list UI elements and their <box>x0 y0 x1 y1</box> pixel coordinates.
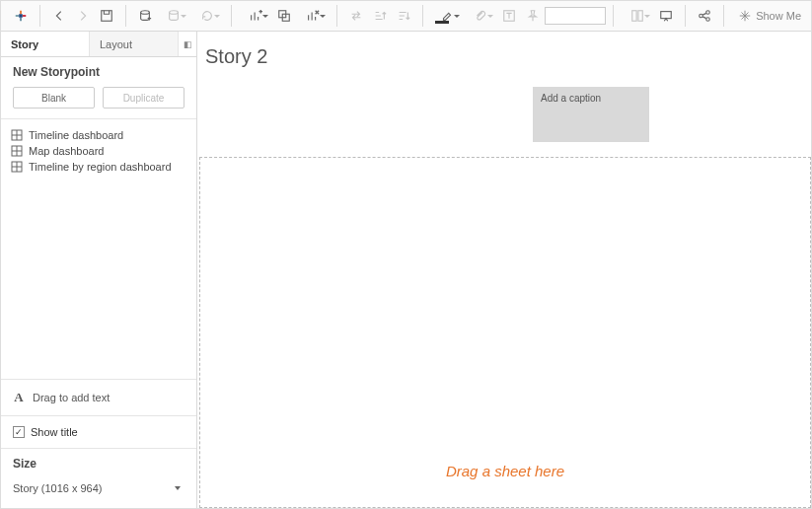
svg-rect-3 <box>23 15 27 17</box>
show-me-label: Show Me <box>756 10 801 22</box>
svg-point-7 <box>170 11 179 15</box>
save-icon[interactable] <box>95 4 118 28</box>
attach-icon[interactable] <box>464 4 497 28</box>
new-data-source-icon[interactable] <box>133 4 157 28</box>
svg-rect-5 <box>102 11 112 22</box>
svg-point-16 <box>706 18 710 22</box>
sort-asc-icon[interactable] <box>368 4 392 28</box>
svg-rect-2 <box>16 15 20 17</box>
svg-rect-0 <box>20 11 22 15</box>
sidebar: Story Layout ◧ New Storypoint Blank Dupl… <box>1 32 197 508</box>
list-item[interactable]: Map dashboard <box>11 143 186 159</box>
show-cards-icon[interactable] <box>621 4 654 28</box>
list-item[interactable]: Timeline dashboard <box>11 127 186 143</box>
pause-auto-updates-icon[interactable] <box>157 4 190 28</box>
forward-icon[interactable] <box>71 4 95 28</box>
duplicate-button[interactable]: Duplicate <box>103 87 185 109</box>
drag-to-add-text[interactable]: ADrag to add text <box>1 379 196 415</box>
presentation-mode-icon[interactable] <box>654 4 678 28</box>
story-title[interactable]: Story 2 <box>205 45 267 68</box>
collapse-pane-icon[interactable]: ◧ <box>179 32 196 56</box>
blank-button[interactable]: Blank <box>13 87 95 109</box>
drop-hint: Drag a sheet here <box>446 463 564 479</box>
text-icon: A <box>13 390 25 405</box>
show-title-checkbox[interactable]: ✓ <box>13 426 25 438</box>
tableau-logo-icon[interactable] <box>9 4 33 28</box>
svg-rect-4 <box>19 14 23 18</box>
sort-desc-icon[interactable] <box>392 4 415 28</box>
show-title-label: Show title <box>31 426 78 438</box>
story-canvas: Story 2 Add a caption Drag a sheet here <box>197 32 811 508</box>
refresh-icon[interactable] <box>190 4 224 28</box>
svg-point-6 <box>141 11 150 15</box>
svg-rect-12 <box>638 11 642 22</box>
new-storypoint-title: New Storypoint <box>13 65 185 79</box>
list-item[interactable]: Timeline by region dashboard <box>11 159 186 175</box>
back-icon[interactable] <box>47 4 71 28</box>
duplicate-sheet-icon[interactable] <box>272 4 296 28</box>
main-area: Story Layout ◧ New Storypoint Blank Dupl… <box>1 32 811 508</box>
caption-box[interactable]: Add a caption <box>533 87 649 142</box>
clear-sheet-icon[interactable] <box>296 4 330 28</box>
drop-zone[interactable]: Drag a sheet here <box>199 157 811 508</box>
svg-rect-1 <box>20 18 22 22</box>
new-worksheet-icon[interactable] <box>239 4 272 28</box>
swap-rows-columns-icon[interactable] <box>344 4 368 28</box>
svg-rect-11 <box>632 11 636 22</box>
share-icon[interactable] <box>693 4 716 28</box>
pin-icon[interactable] <box>521 4 545 28</box>
tab-layout[interactable]: Layout <box>90 32 179 56</box>
toolbar: Show Me <box>1 1 811 32</box>
size-dropdown[interactable]: Story (1016 x 964) <box>13 478 185 498</box>
fit-selector-input[interactable] <box>545 7 606 25</box>
svg-rect-13 <box>661 12 672 19</box>
size-heading: Size <box>13 457 185 471</box>
dashboard-list: Timeline dashboard Map dashboard Timelin… <box>1 118 196 379</box>
highlight-icon[interactable] <box>430 4 464 28</box>
show-me-button[interactable]: Show Me <box>732 9 807 23</box>
svg-point-14 <box>700 14 703 18</box>
sidebar-tabs: Story Layout ◧ <box>1 32 196 57</box>
tab-story[interactable]: Story <box>1 32 90 56</box>
svg-point-15 <box>706 11 710 15</box>
text-label-icon[interactable] <box>497 4 521 28</box>
